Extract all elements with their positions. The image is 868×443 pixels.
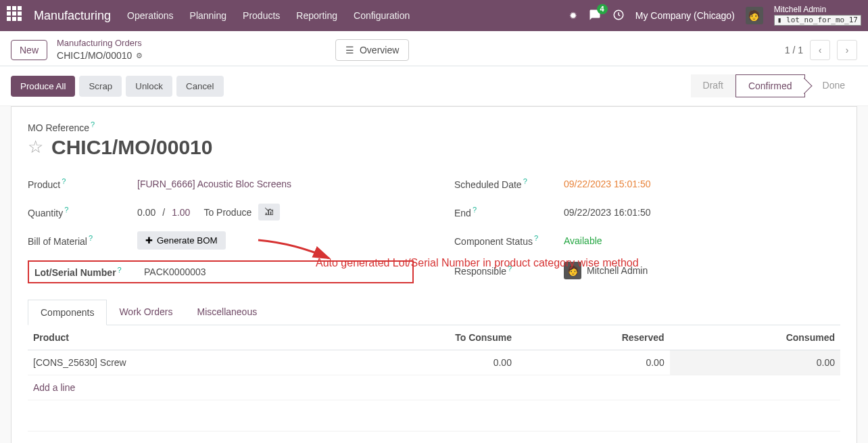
main-menu: Operations Planning Products Reporting C… [127,10,569,21]
app-brand[interactable]: Manufacturing [34,9,111,23]
generate-bom-button[interactable]: ✚Generate BOM [137,231,226,250]
qty-done[interactable]: 0.00 [137,207,155,218]
col-consumed[interactable]: Consumed [670,325,840,350]
produce-all-button[interactable]: Produce All [11,76,75,97]
debug-icon[interactable]: ✹ [569,10,577,21]
db-tag: ▮ lot_no_for_mo_17 [774,15,861,26]
help-icon[interactable]: ? [89,234,93,242]
menu-products[interactable]: Products [243,10,280,21]
status-bar: Draft Confirmed Done [691,74,857,97]
help-icon[interactable]: ? [473,206,477,214]
cell-consumed[interactable]: 0.00 [670,350,840,375]
col-to-consume[interactable]: To Consume [324,325,517,350]
mo-reference-value: CHIC1/MO/00010 [51,136,212,159]
end-value[interactable]: 09/22/2023 16:01:50 [564,207,650,218]
avatar[interactable]: 🧑 [746,7,763,24]
help-icon[interactable]: ? [64,206,68,214]
scrap-button[interactable]: Scrap [79,76,122,97]
forecast-button[interactable] [258,204,280,220]
to-produce-label: To Produce [203,207,251,218]
component-status-label: Component Status [454,236,533,247]
tab-bar: Components Work Orders Miscellaneous [28,300,840,325]
pager-prev[interactable]: ‹ [810,40,830,60]
hamburger-icon: ☰ [345,45,354,55]
product-link[interactable]: [FURN_6666] Acoustic Bloc Screens [137,179,291,189]
help-icon[interactable]: ? [91,120,95,129]
status-done[interactable]: Done [805,74,857,97]
action-bar: Produce All Scrap Unlock Cancel Draft Co… [0,66,868,106]
lot-serial-value[interactable]: PACK0000003 [144,266,206,277]
menu-reporting[interactable]: Reporting [296,10,337,21]
end-label: End [454,208,471,218]
cell-reserved[interactable]: 0.00 [517,350,670,375]
breadcrumb-current: CHIC1/MO/00010 [57,49,132,62]
add-line-button[interactable]: Add a line [28,375,840,400]
cancel-button[interactable]: Cancel [176,76,224,97]
tab-miscellaneous[interactable]: Miscellaneous [185,300,269,325]
components-table: Product To Consume Reserved Consumed [CO… [28,325,840,432]
cell-product[interactable]: [CONS_25630] Screw [28,350,324,375]
menu-operations[interactable]: Operations [127,10,173,21]
apps-icon[interactable] [7,6,26,25]
activity-icon[interactable] [612,9,625,23]
col-product[interactable]: Product [28,325,324,350]
table-row[interactable]: [CONS_25630] Screw 0.00 0.00 0.00 [28,350,840,375]
overview-button[interactable]: ☰ Overview [335,39,409,61]
lot-serial-label: Lot/Serial Number [34,267,116,278]
help-icon[interactable]: ? [534,234,538,242]
mo-reference-label: MO Reference [28,122,89,133]
messaging-icon[interactable]: 4 [588,9,602,23]
quantity-label: Quantity [28,208,63,218]
qty-total[interactable]: 1.00 [172,207,190,218]
star-icon[interactable]: ☆ [28,137,43,158]
bom-label: Bill of Material [28,236,87,247]
user-name[interactable]: Mitchell Admin [774,5,861,14]
qty-sep: / [162,207,165,218]
annotation-text: Auto generated Lot/Serial Number in prod… [316,257,639,269]
help-icon[interactable]: ? [62,177,66,185]
help-icon[interactable]: ? [118,266,122,274]
product-label: Product [28,179,60,190]
pager-text: 1 / 1 [785,45,803,55]
pager-next[interactable]: › [837,40,857,60]
form-sheet: MO Reference? ☆ CHIC1/MO/00010 Product? … [11,106,857,443]
unlock-button[interactable]: Unlock [126,76,172,97]
component-status-value: Available [564,235,602,246]
col-reserved[interactable]: Reserved [517,325,670,350]
new-button[interactable]: New [11,40,47,60]
breadcrumb-bar: New Manufacturing Orders CHIC1/MO/00010 … [0,31,868,66]
company-switcher[interactable]: My Company (Chicago) [635,10,735,21]
notif-badge: 4 [597,4,608,14]
tab-components[interactable]: Components [28,300,107,325]
scheduled-date-value[interactable]: 09/22/2023 15:01:50 [564,179,650,189]
status-confirmed[interactable]: Confirmed [736,74,805,97]
plus-icon: ✚ [145,235,153,246]
cell-to-consume[interactable]: 0.00 [324,350,517,375]
menu-planning[interactable]: Planning [190,10,227,21]
help-icon[interactable]: ? [523,177,527,185]
status-draft[interactable]: Draft [691,74,736,97]
top-navbar: Manufacturing Operations Planning Produc… [0,0,868,31]
tab-work-orders[interactable]: Work Orders [107,300,185,325]
menu-configuration[interactable]: Configuration [354,10,410,21]
breadcrumb-parent[interactable]: Manufacturing Orders [57,38,143,49]
gear-icon[interactable]: ⚙ [136,51,143,60]
scheduled-date-label: Scheduled Date [454,179,522,190]
